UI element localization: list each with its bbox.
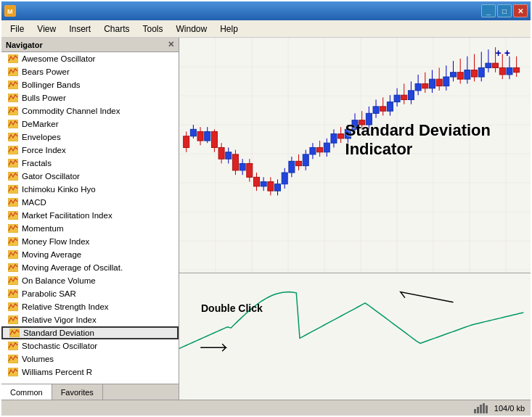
nav-item-label-4: Commodity Channel Index — [22, 107, 120, 115]
nav-item-icon-13 — [7, 223, 19, 234]
nav-item-16[interactable]: Moving Average of Oscillat. — [1, 261, 179, 274]
nav-item-7[interactable]: Force Index — [1, 144, 179, 157]
nav-item-icon-9 — [7, 171, 19, 181]
nav-item-label-16: Moving Average of Oscillat. — [22, 263, 123, 272]
nav-item-icon-11 — [7, 197, 19, 207]
nav-item-22[interactable]: Stochastic Oscillator — [1, 339, 179, 352]
nav-item-icon-20 — [7, 315, 19, 325]
nav-item-label-5: DeMarker — [22, 120, 58, 128]
title-bar-controls: _ □ ✕ — [481, 4, 528, 17]
nav-item-label-3: Bulls Power — [22, 94, 66, 102]
navigator-title: Navigator — [6, 41, 43, 49]
svg-rect-31 — [486, 405, 488, 413]
nav-item-3[interactable]: Bulls Power — [1, 91, 179, 104]
svg-text:M: M — [7, 8, 13, 15]
nav-item-icon-2 — [7, 80, 19, 90]
svg-rect-30 — [483, 403, 485, 413]
nav-item-18[interactable]: Parabolic SAR — [1, 287, 179, 300]
menu-insert[interactable]: Insert — [63, 22, 97, 36]
status-bar: 104/0 kb — [1, 400, 531, 416]
nav-item-12[interactable]: Market Facilitation Index — [1, 209, 179, 222]
app-icon: M — [4, 5, 16, 17]
nav-item-icon-5 — [7, 119, 19, 129]
nav-item-15[interactable]: Moving Average — [1, 248, 179, 261]
nav-item-14[interactable]: Money Flow Index — [1, 235, 179, 248]
nav-item-5[interactable]: DeMarker — [1, 117, 179, 131]
nav-item-1[interactable]: Bears Power — [1, 65, 179, 78]
menu-file[interactable]: File — [4, 22, 30, 36]
nav-item-label-1: Bears Power — [22, 67, 70, 76]
nav-item-icon-1 — [7, 67, 19, 77]
nav-item-label-19: Relative Strength Index — [22, 302, 109, 311]
nav-item-label-6: Envelopes — [22, 133, 61, 141]
nav-item-icon-4 — [7, 106, 19, 116]
nav-item-label-8: Fractals — [22, 159, 52, 168]
nav-item-label-24: Williams Percent R — [22, 368, 92, 376]
nav-item-9[interactable]: Gator Oscillator — [1, 170, 179, 183]
nav-item-4[interactable]: Commodity Channel Index — [1, 104, 179, 117]
nav-item-icon-15 — [7, 249, 19, 260]
nav-item-19[interactable]: Relative Strength Index — [1, 300, 179, 313]
nav-item-24[interactable]: Williams Percent R — [1, 366, 179, 379]
minimize-button[interactable]: _ — [481, 4, 496, 17]
nav-item-17[interactable]: On Balance Volume — [1, 274, 179, 287]
nav-item-icon-10 — [7, 184, 19, 194]
nav-item-13[interactable]: Momentum — [1, 222, 179, 235]
nav-item-0[interactable]: Awesome Oscillator — [1, 52, 179, 65]
menu-charts[interactable]: Charts — [98, 22, 135, 36]
menu-help[interactable]: Help — [214, 22, 244, 36]
svg-rect-27 — [474, 409, 476, 413]
nav-item-label-11: MACD — [22, 198, 46, 207]
nav-item-label-14: Money Flow Index — [22, 237, 89, 246]
nav-item-label-15: Moving Average — [22, 250, 81, 259]
nav-item-label-0: Awesome Oscillator — [22, 54, 95, 63]
nav-item-icon-19 — [7, 302, 19, 312]
main-content: Navigator ✕ Awesome Oscillator Bears Pow… — [1, 38, 531, 400]
nav-item-icon-14 — [7, 236, 19, 247]
nav-item-23[interactable]: Volumes — [1, 352, 179, 366]
svg-rect-28 — [477, 407, 479, 413]
nav-item-label-18: Parabolic SAR — [22, 289, 76, 298]
nav-item-8[interactable]: Fractals — [1, 157, 179, 170]
nav-item-6[interactable]: Envelopes — [1, 131, 179, 144]
navigator-tabs: Common Favorites — [1, 384, 179, 400]
navigator-list[interactable]: Awesome Oscillator Bears Power Bollinger… — [1, 52, 179, 384]
nav-item-icon-24 — [7, 367, 19, 377]
nav-item-icon-22 — [7, 341, 19, 351]
close-button[interactable]: ✕ — [513, 4, 528, 17]
nav-item-2[interactable]: Bollinger Bands — [1, 78, 179, 91]
nav-item-label-23: Volumes — [22, 355, 54, 363]
chart-canvas — [179, 38, 531, 400]
menu-window[interactable]: Window — [171, 22, 213, 36]
nav-item-21[interactable]: Standard Deviation — [1, 326, 179, 339]
nav-item-label-13: Momentum — [22, 224, 64, 233]
navigator-header: Navigator ✕ — [1, 38, 179, 52]
nav-item-icon-0 — [7, 54, 19, 64]
nav-item-label-20: Relative Vigor Index — [22, 315, 97, 324]
nav-item-icon-18 — [7, 289, 19, 299]
tab-favorites[interactable]: Favorites — [52, 384, 103, 400]
nav-item-20[interactable]: Relative Vigor Index — [1, 313, 179, 326]
nav-item-icon-6 — [7, 132, 19, 142]
menu-tools[interactable]: Tools — [137, 22, 169, 36]
nav-item-11[interactable]: MACD — [1, 196, 179, 209]
nav-item-label-22: Stochastic Oscillator — [22, 342, 97, 350]
menu-bar: File View Insert Charts Tools Window Hel… — [1, 20, 531, 38]
title-bar: M _ □ ✕ — [1, 1, 531, 20]
nav-item-icon-12 — [7, 210, 19, 220]
chart-area: Standard Deviation Indicator Double Clic… — [179, 38, 531, 400]
maximize-button[interactable]: □ — [497, 4, 512, 17]
nav-item-label-7: Force Index — [22, 146, 66, 154]
menu-view[interactable]: View — [31, 22, 62, 36]
nav-item-10[interactable]: Ichimoku Kinko Hyo — [1, 183, 179, 196]
nav-item-label-21: Standard Deviation — [23, 329, 94, 337]
status-bars-icon — [474, 403, 488, 413]
nav-item-icon-21 — [9, 328, 20, 338]
svg-rect-29 — [480, 405, 482, 413]
nav-item-label-9: Gator Oscillator — [22, 172, 80, 181]
navigator-panel: Navigator ✕ Awesome Oscillator Bears Pow… — [1, 38, 179, 400]
nav-item-icon-16 — [7, 263, 19, 273]
nav-item-icon-3 — [7, 93, 19, 103]
navigator-close-button[interactable]: ✕ — [168, 40, 174, 49]
tab-common[interactable]: Common — [1, 384, 52, 400]
